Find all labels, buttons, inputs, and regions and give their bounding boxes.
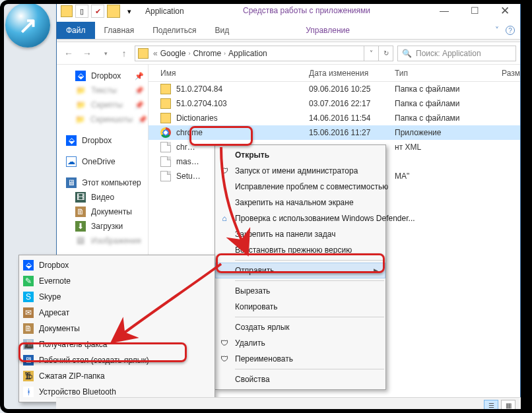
menu-label: Создать ярлык xyxy=(235,323,290,332)
file-row[interactable]: chrome15.06.2016 11:27Приложение xyxy=(149,125,520,140)
sidebar-label: Тексты xyxy=(91,86,117,95)
file-type: нт XML xyxy=(395,143,487,152)
qat-btn[interactable]: ✔ xyxy=(91,5,104,18)
shield-icon: 🛡 xyxy=(219,354,230,364)
col-date[interactable]: Дата изменения xyxy=(309,69,395,78)
breadcrumb-item[interactable]: Application xyxy=(228,49,267,58)
menu-shortcut[interactable]: Создать ярлык xyxy=(215,319,385,335)
breadcrumb-dropdown[interactable]: ˅ xyxy=(364,46,379,61)
breadcrumb-item[interactable]: Google xyxy=(160,49,186,58)
qat-btn[interactable]: ▯ xyxy=(75,5,88,18)
window-icon xyxy=(61,5,73,17)
menu-send[interactable]: Отправить▶ xyxy=(215,263,385,278)
file-date: 03.07.2016 22:17 xyxy=(309,99,395,108)
menu-run-admin[interactable]: 🛡Запуск от имени администратора xyxy=(215,163,385,179)
col-type[interactable]: Тип xyxy=(395,69,487,78)
sidebar-item-this-pc[interactable]: 🖥Этот компьютер xyxy=(57,175,148,190)
sidebar-label: Скрипты xyxy=(91,100,123,110)
sidebar-item-onedrive[interactable]: ☁OneDrive xyxy=(57,154,148,169)
sidebar-item[interactable]: 📁Скриншоты📌 xyxy=(57,112,148,127)
menu-label: Закрепить на панели задач xyxy=(235,230,335,239)
sendto-skype[interactable]: SSkype xyxy=(19,289,215,305)
tools-tab-header: Средства работы с приложениями xyxy=(234,1,380,22)
tab-file[interactable]: Файл xyxy=(57,22,95,39)
file-type: Приложение xyxy=(395,128,487,137)
menu-pin-start[interactable]: Закрепить на начальном экране xyxy=(215,195,385,210)
nav-back-button[interactable]: ← xyxy=(61,46,77,61)
col-size[interactable]: Разм xyxy=(487,69,520,78)
qat-btn[interactable] xyxy=(107,5,120,18)
menu-copy[interactable]: Копировать xyxy=(215,299,385,315)
background-app-icon xyxy=(5,3,50,48)
zip-icon: 🗜 xyxy=(23,371,34,381)
nav-up-button[interactable]: ↑ xyxy=(116,46,132,61)
sendto-zip[interactable]: 🗜Сжатая ZIP-папка xyxy=(19,368,215,384)
qat-dropdown[interactable]: ▾ xyxy=(123,5,136,18)
file-type: Папка с файлами xyxy=(395,84,487,94)
file-name: chrome xyxy=(176,128,309,137)
sidebar-item[interactable]: 📁Скрипты📌 xyxy=(57,98,148,112)
close-button[interactable]: ✕ xyxy=(490,1,520,20)
sendto-docs[interactable]: 🗎Документы xyxy=(19,321,215,336)
menu-label: Отправить xyxy=(235,266,275,275)
sidebar-item-dropbox[interactable]: ⬙Dropbox📌 xyxy=(57,69,148,83)
status-bar: ☰ ▦ xyxy=(56,397,521,413)
nav-history-button[interactable]: ▾ xyxy=(98,46,114,61)
sidebar-item-pictures[interactable]: 🖼Изображения xyxy=(57,234,148,248)
sidebar-item-downloads[interactable]: ⬇Загрузки xyxy=(57,219,148,234)
file-type: MA" xyxy=(395,172,487,181)
folder-icon xyxy=(160,84,171,94)
sendto-fax[interactable]: 📠Получатель факса xyxy=(19,336,215,352)
file-icon xyxy=(160,142,171,152)
breadcrumb-item[interactable]: Chrome xyxy=(193,49,221,58)
view-icons-button[interactable]: ▦ xyxy=(501,400,515,412)
sendto-adresat[interactable]: ✉Адресат xyxy=(19,305,215,321)
mail-icon: ✉ xyxy=(23,307,34,318)
sidebar-item-docs[interactable]: 🗎Документы xyxy=(57,205,148,219)
minimize-button[interactable]: — xyxy=(429,1,459,20)
folder-icon xyxy=(160,113,171,123)
sendto-dropbox[interactable]: ⬙Dropbox xyxy=(19,257,215,273)
file-row[interactable]: 51.0.2704.10303.07.2016 22:17Папка с фай… xyxy=(149,96,520,111)
tab-manage[interactable]: Управление xyxy=(296,22,359,39)
menu-open[interactable]: Открыть xyxy=(215,147,385,163)
menu-defender[interactable]: ⌂Проверка с использованием Windows Defen… xyxy=(215,210,385,226)
search-placeholder: Поиск: Application xyxy=(416,49,481,58)
sendto-desktop[interactable]: 🖥Рабочий стол (создать ярлык) xyxy=(19,352,215,368)
view-details-button[interactable]: ☰ xyxy=(484,400,498,412)
sidebar-item[interactable]: 📁Тексты📌 xyxy=(57,83,148,98)
search-icon: 🔍 xyxy=(402,49,412,58)
breadcrumb[interactable]: « Google› Chrome› Application xyxy=(135,46,364,61)
bluetooth-icon: ᚼ xyxy=(23,387,34,397)
file-row[interactable]: Dictionaries14.06.2016 11:54Папка с файл… xyxy=(149,111,520,125)
ribbon-expand-icon[interactable]: ˅ xyxy=(495,26,499,35)
maximize-button[interactable]: ☐ xyxy=(459,1,490,20)
menu-label: Закрепить на начальном экране xyxy=(235,198,354,207)
menu-separator xyxy=(235,369,384,369)
nav-forward-button[interactable]: → xyxy=(79,46,95,61)
sidebar-item-dropbox2[interactable]: ⬙Dropbox xyxy=(57,133,148,148)
refresh-button[interactable]: ↻ xyxy=(379,46,393,61)
column-headers: Имя Дата изменения Тип Разм xyxy=(149,65,520,82)
menu-label: Evernote xyxy=(39,276,71,286)
sidebar-item-videos[interactable]: 🎞Видео xyxy=(57,190,148,205)
menu-pin-task[interactable]: Закрепить на панели задач xyxy=(215,226,385,242)
folder-icon xyxy=(138,48,149,59)
pin-icon: 📌 xyxy=(135,72,144,80)
menu-restore[interactable]: Восстановить прежнюю версию xyxy=(215,242,385,258)
col-name[interactable]: Имя xyxy=(160,69,309,78)
file-row[interactable]: 51.0.2704.8409.06.2016 10:25Папка с файл… xyxy=(149,82,520,96)
menu-delete[interactable]: 🛡Удалить xyxy=(215,335,385,351)
search-input[interactable]: 🔍 Поиск: Application xyxy=(397,46,516,61)
menu-cut[interactable]: Вырезать xyxy=(215,283,385,299)
menu-rename[interactable]: 🛡Переименовать xyxy=(215,351,385,367)
tab-share[interactable]: Поделиться xyxy=(143,22,205,39)
menu-properties[interactable]: Свойства xyxy=(215,371,385,387)
sendto-evernote[interactable]: ✎Evernote xyxy=(19,273,215,289)
tab-view[interactable]: Вид xyxy=(205,22,238,39)
ribbon-help-icon[interactable]: ? xyxy=(506,26,515,35)
tab-home[interactable]: Главная xyxy=(95,22,144,39)
menu-compat[interactable]: Исправление проблем с совместимостью xyxy=(215,179,385,195)
window-title: Application xyxy=(145,7,184,16)
sidebar-label: OneDrive xyxy=(82,157,116,166)
